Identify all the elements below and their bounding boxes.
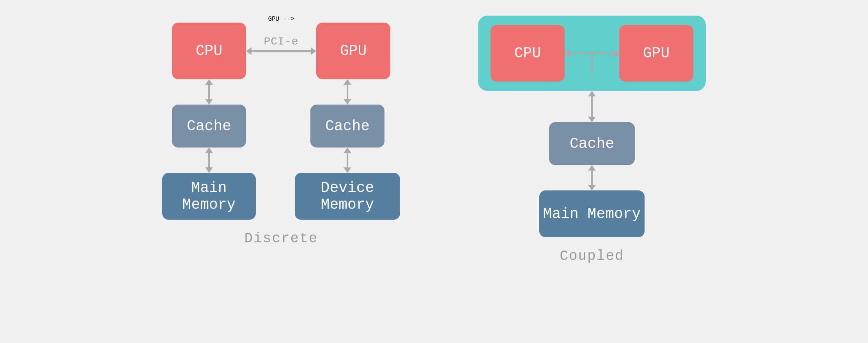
cache-device-connector — [344, 148, 351, 173]
connector-updown-top-icon4 — [344, 148, 351, 153]
discrete-columns: Cache Main Memory Cache — [162, 79, 400, 220]
discrete-main-memory-box: Main Memory — [162, 173, 256, 220]
cache-main-connector-left — [205, 148, 213, 173]
connector-updown-line — [208, 85, 210, 99]
coupled-cpu-box: CPU — [491, 25, 565, 82]
coupled-h-arrow — [565, 53, 619, 54]
gpu-cache-connector — [344, 79, 351, 105]
coupled-label: Coupled — [560, 248, 624, 264]
connector-updown-top-icon2 — [205, 148, 213, 153]
discrete-cpu-col: Cache Main Memory — [162, 79, 256, 220]
coupled-chip-wrapper: CPU GPU — [478, 16, 706, 91]
connector-updown-bottom-icon4 — [344, 167, 351, 173]
diagrams-container: GPU --> CPU PCI-e GPU Cache — [0, 0, 868, 343]
pcie-arrow: PCI-e — [246, 47, 316, 55]
connector-updown-line2 — [208, 153, 210, 167]
discrete-cpu-box: CPU — [172, 23, 246, 79]
pcie-label: PCI-e — [264, 36, 298, 48]
coupled-cache-line — [591, 171, 593, 185]
connector-updown-bottom-icon — [205, 99, 213, 105]
connector-updown-line4 — [347, 153, 348, 167]
connector-updown-bottom-icon2 — [205, 167, 213, 173]
coupled-chip-cache-connector — [588, 91, 596, 122]
discrete-cache-left-box: Cache — [172, 105, 246, 148]
coupled-connector-line — [591, 96, 593, 117]
coupled-center-block — [565, 53, 619, 54]
discrete-cache-right-box: Cache — [310, 105, 384, 148]
coupled-arrow-left-icon — [565, 50, 570, 57]
cpu-cache-connector — [205, 79, 213, 105]
discrete-diagram: GPU --> CPU PCI-e GPU Cache — [162, 16, 400, 247]
discrete-gpu-col: Cache Device Memory — [295, 79, 400, 220]
connector-updown-top-icon3 — [344, 79, 351, 85]
coupled-connector-bottom-icon — [588, 117, 596, 122]
coupled-diagram: CPU GPU Cache — [478, 16, 706, 264]
connector-updown-top-icon — [205, 79, 213, 85]
connector-updown-bottom-icon3 — [344, 99, 351, 105]
connector-updown-line3 — [347, 85, 348, 99]
discrete-gpu-box: GPU — [316, 23, 390, 79]
coupled-connector-top-icon — [588, 91, 596, 96]
discrete-top-row: CPU PCI-e GPU — [172, 23, 390, 79]
coupled-cache-bottom-icon — [588, 185, 596, 190]
coupled-cache-box: Cache — [549, 122, 635, 165]
coupled-v-drop-line — [591, 53, 593, 74]
discrete-device-memory-box: Device Memory — [295, 173, 400, 220]
coupled-h-line — [570, 53, 614, 54]
arrow-right-icon — [311, 47, 316, 55]
arrow-left-icon — [246, 47, 252, 55]
pcie-line — [252, 50, 311, 52]
coupled-cache-memory-connector — [588, 165, 596, 190]
discrete-label: Discrete — [244, 231, 318, 247]
coupled-main-memory-box: Main Memory — [539, 190, 645, 237]
coupled-cache-top-icon — [588, 165, 596, 171]
coupled-gpu-box: GPU — [619, 25, 693, 82]
coupled-arrow-right-icon — [614, 50, 619, 57]
